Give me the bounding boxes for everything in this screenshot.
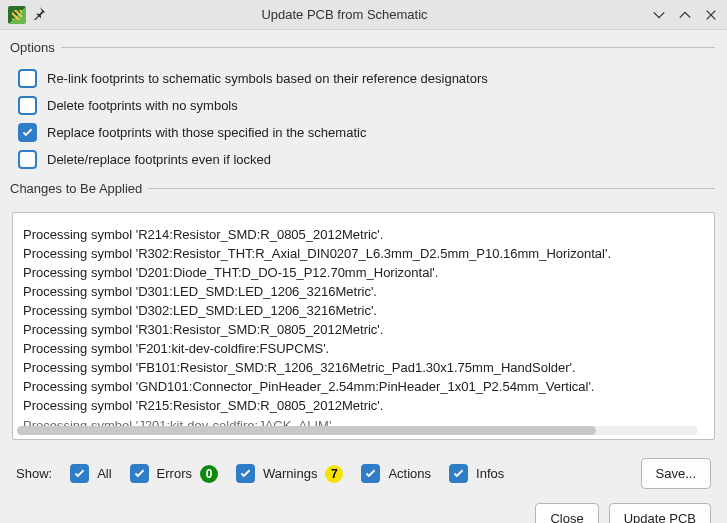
options-group: Options Re-link footprints to schematic … (12, 40, 715, 173)
dialog-content: Options Re-link footprints to schematic … (0, 30, 727, 523)
log-output[interactable]: Processing symbol 'R214:Resistor_SMD:R_0… (12, 212, 715, 440)
maximize-icon[interactable] (677, 8, 693, 22)
window-title: Update PCB from Schematic (48, 7, 641, 22)
update-pcb-button[interactable]: Update PCB (609, 503, 711, 523)
changes-group: Changes to Be Applied Processing symbol … (12, 181, 715, 440)
filter-errors[interactable]: Errors 0 (130, 464, 218, 483)
filter-label: Actions (388, 466, 431, 481)
log-line: Processing symbol 'D201:Diode_THT:D_DO-1… (23, 263, 704, 282)
scrollbar-thumb[interactable] (17, 426, 596, 435)
checkbox[interactable] (236, 464, 255, 483)
titlebar: Update PCB from Schematic (0, 0, 727, 30)
warnings-count-badge: 7 (325, 465, 343, 483)
save-button[interactable]: Save... (641, 458, 711, 489)
log-line: Processing symbol 'R302:Resistor_THT:R_A… (23, 244, 704, 263)
options-legend: Options (10, 40, 61, 55)
pin-icon[interactable] (32, 6, 48, 23)
log-line: Processing symbol 'D302:LED_SMD:LED_1206… (23, 301, 704, 320)
checkbox[interactable] (18, 69, 37, 88)
checkbox[interactable] (18, 123, 37, 142)
checkbox[interactable] (130, 464, 149, 483)
filter-actions[interactable]: Actions (361, 464, 431, 483)
checkbox[interactable] (70, 464, 89, 483)
filter-warnings[interactable]: Warnings 7 (236, 464, 343, 483)
option-relink[interactable]: Re-link footprints to schematic symbols … (12, 65, 715, 92)
log-line: Processing symbol 'F201:kit-dev-coldfire… (23, 339, 704, 358)
close-button[interactable]: Close (535, 503, 598, 523)
filter-label: All (97, 466, 111, 481)
log-line: Processing symbol 'D301:LED_SMD:LED_1206… (23, 282, 704, 301)
option-label: Delete footprints with no symbols (47, 98, 238, 113)
show-label: Show: (16, 466, 52, 481)
log-line: Processing symbol 'R214:Resistor_SMD:R_0… (23, 225, 704, 244)
checkbox[interactable] (449, 464, 468, 483)
horizontal-scrollbar[interactable] (17, 426, 698, 435)
log-line: Processing symbol 'FB101:Resistor_SMD:R_… (23, 358, 704, 377)
option-delete-no-symbol[interactable]: Delete footprints with no symbols (12, 92, 715, 119)
app-icon (8, 6, 26, 24)
log-output-inner: Processing symbol 'R214:Resistor_SMD:R_0… (13, 213, 714, 439)
log-line: Processing symbol 'R301:Resistor_SMD:R_0… (23, 320, 704, 339)
filter-label: Infos (476, 466, 504, 481)
option-label: Re-link footprints to schematic symbols … (47, 71, 488, 86)
checkbox[interactable] (18, 96, 37, 115)
checkbox[interactable] (361, 464, 380, 483)
changes-legend: Changes to Be Applied (10, 181, 148, 196)
option-label: Delete/replace footprints even if locked (47, 152, 271, 167)
option-replace-footprints[interactable]: Replace footprints with those specified … (12, 119, 715, 146)
log-line: Processing symbol 'R215:Resistor_SMD:R_0… (23, 396, 704, 415)
option-label: Replace footprints with those specified … (47, 125, 366, 140)
filter-label: Errors (157, 466, 192, 481)
errors-count-badge: 0 (200, 465, 218, 483)
filter-row: Show: All Errors 0 Warnings 7 Actions In… (12, 448, 715, 495)
filter-all[interactable]: All (70, 464, 111, 483)
minimize-icon[interactable] (651, 8, 667, 22)
checkbox[interactable] (18, 150, 37, 169)
option-delete-replace-locked[interactable]: Delete/replace footprints even if locked (12, 146, 715, 173)
close-icon[interactable] (703, 8, 719, 22)
filter-label: Warnings (263, 466, 317, 481)
log-line: Processing symbol 'GND101:Connector_PinH… (23, 377, 704, 396)
filter-infos[interactable]: Infos (449, 464, 504, 483)
footer-buttons: Close Update PCB (12, 495, 715, 523)
